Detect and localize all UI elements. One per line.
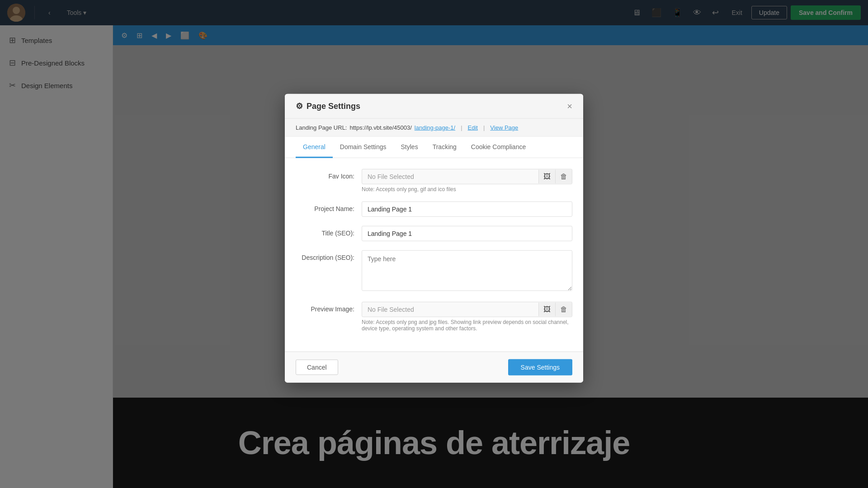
view-page-link[interactable]: View Page [490, 124, 518, 131]
fav-icon-row: Fav Icon: No File Selected 🖼 🗑 Note: Acc… [296, 169, 572, 192]
url-label: Landing Page URL: [296, 124, 347, 131]
modal-header: ⚙ Page Settings × [285, 94, 583, 119]
fav-icon-control: No File Selected 🖼 🗑 Note: Accepts only … [362, 169, 572, 192]
tab-styles[interactable]: Styles [394, 137, 425, 158]
tab-domain-settings[interactable]: Domain Settings [333, 137, 394, 158]
tab-cookie-compliance[interactable]: Cookie Compliance [464, 137, 533, 158]
fav-icon-input-wrapper: No File Selected 🖼 🗑 [362, 169, 572, 184]
description-seo-row: Description (SEO): [296, 250, 572, 293]
gear-icon: ⚙ [296, 101, 303, 111]
page-settings-modal: ⚙ Page Settings × Landing Page URL: http… [285, 94, 583, 383]
project-name-label: Project Name: [296, 202, 354, 212]
url-slug[interactable]: landing-page-1/ [415, 124, 455, 131]
preview-image-delete-button[interactable]: 🗑 [555, 303, 572, 316]
preview-image-input-wrapper: No File Selected 🖼 🗑 [362, 302, 572, 317]
preview-image-label: Preview Image: [296, 302, 354, 313]
url-separator-2: | [483, 124, 485, 131]
fav-icon-delete-button[interactable]: 🗑 [555, 170, 572, 183]
preview-image-placeholder: No File Selected [362, 302, 538, 317]
preview-image-image-button[interactable]: 🖼 [538, 303, 555, 316]
preview-image-note: Note: Accepts only png and jpg files. Sh… [362, 319, 572, 332]
cancel-button[interactable]: Cancel [296, 360, 338, 375]
modal-title: ⚙ Page Settings [296, 101, 360, 111]
fav-icon-image-button[interactable]: 🖼 [538, 170, 555, 183]
url-base: https://lp.vbt.site/45003/ [349, 124, 411, 131]
preview-image-control: No File Selected 🖼 🗑 Note: Accepts only … [362, 302, 572, 332]
edit-link[interactable]: Edit [468, 124, 478, 131]
project-name-control [362, 202, 572, 217]
fav-icon-note: Note: Accepts only png, gif and ico file… [362, 186, 572, 192]
description-seo-control [362, 250, 572, 293]
project-name-input[interactable] [362, 202, 572, 217]
modal-title-text: Page Settings [307, 101, 360, 111]
title-seo-row: Title (SEO): [296, 226, 572, 241]
modal-close-button[interactable]: × [567, 102, 572, 111]
description-seo-textarea[interactable] [362, 250, 572, 291]
project-name-row: Project Name: [296, 202, 572, 217]
title-seo-input[interactable] [362, 226, 572, 241]
modal-tabs: General Domain Settings Styles Tracking … [285, 137, 583, 158]
save-settings-button[interactable]: Save Settings [508, 359, 572, 375]
modal-url-bar: Landing Page URL: https://lp.vbt.site/45… [285, 119, 583, 137]
title-seo-control [362, 226, 572, 241]
preview-image-row: Preview Image: No File Selected 🖼 🗑 Note… [296, 302, 572, 332]
tab-general[interactable]: General [296, 137, 333, 158]
title-seo-label: Title (SEO): [296, 226, 354, 237]
url-separator-1: | [461, 124, 462, 131]
fav-icon-placeholder: No File Selected [362, 169, 538, 184]
description-seo-label: Description (SEO): [296, 250, 354, 261]
tab-tracking[interactable]: Tracking [425, 137, 464, 158]
modal-body: Fav Icon: No File Selected 🖼 🗑 Note: Acc… [285, 158, 583, 352]
fav-icon-label: Fav Icon: [296, 169, 354, 180]
modal-footer: Cancel Save Settings [285, 352, 583, 383]
